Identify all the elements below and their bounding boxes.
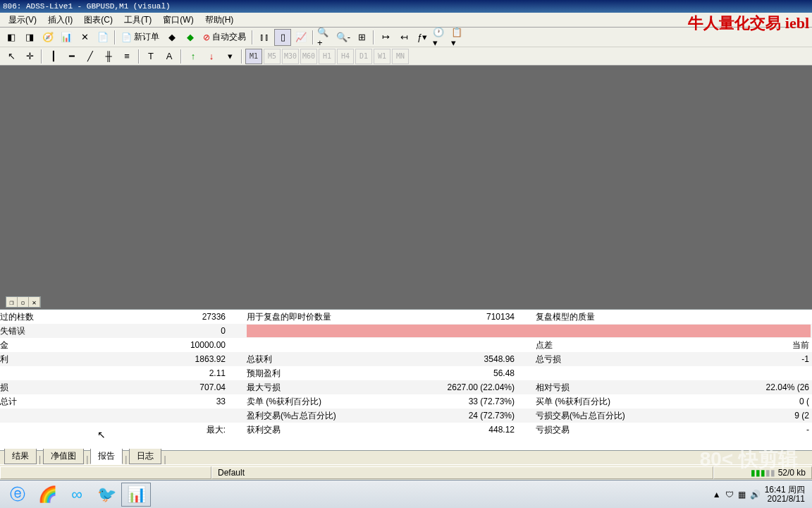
taskbar: ⓔ 🌈 ∞ 🐦 📊 ▲ 🛡 ▦ 🔊 16:41 周四 2021/8/11 [0,480,812,508]
line-chart-icon[interactable]: 📈 [293,29,309,46]
tab-report[interactable]: 报告 [90,449,123,464]
window-titlebar: 806: ADSS-Live1 - GBPUSD,M1 (visual) [0,0,812,13]
expert-icon[interactable]: ◆ [164,29,180,46]
spread-label: 点差 [536,339,677,351]
timeframe-h1[interactable]: H1 [319,49,336,64]
menu-help[interactable]: 帮助(H) [199,13,240,28]
vline-icon[interactable]: ┃ [45,48,62,65]
tray-net-icon[interactable]: ▦ [738,490,746,500]
grid-icon[interactable]: ⊞ [353,29,370,46]
dd-value: 707.04 [176,382,247,392]
deposit-label: 金 [0,339,176,351]
long-value: 0 ( [677,397,812,406]
separator [180,49,182,64]
x-icon[interactable]: ✕ [76,29,93,46]
maxwin-label: 获利交易 [247,424,374,436]
tab-equity[interactable]: 净值图 [43,449,84,464]
channel-icon[interactable]: ╫ [100,48,117,65]
timeframe-mn[interactable]: MN [392,49,409,64]
indicators-icon[interactable]: ƒ▾ [414,29,431,46]
total-value: 33 [176,397,247,406]
timeframe-m5[interactable]: M5 [264,49,281,64]
zoom-in-icon[interactable]: 🔍+ [316,29,333,46]
menu-insert[interactable]: 插入(I) [42,13,78,28]
report-row: 盈利交易(%占总百分比) 24 (72.73%) 亏损交易(%占总百分比) 9 … [0,409,812,423]
menu-chart[interactable]: 图表(C) [78,13,118,28]
crosshair-icon[interactable]: ✛ [21,48,38,65]
ie-icon[interactable]: ⓔ [3,483,32,507]
window-controls: ❐ ▫ ✕ [6,296,41,308]
report-row: 失错误 0 [0,324,812,338]
app2-icon[interactable]: ∞ [62,483,92,507]
timeframe-d1[interactable]: D1 [355,49,372,64]
bar-chart-icon[interactable]: ⫿⫿ [256,29,273,46]
quality-label: 复盘模型的质量 [536,311,677,323]
text-a-icon[interactable]: A [161,48,178,65]
doc-icon[interactable]: 📄 [94,29,111,46]
long-label: 买单 (%获利百分比) [536,396,677,408]
restore-icon[interactable]: ❐ [6,297,18,307]
minimize-icon[interactable]: ▫ [18,297,29,307]
arrow-down-icon[interactable]: ↓ [203,48,220,65]
templates-icon[interactable]: 📋▾ [450,29,467,46]
app3-icon[interactable]: 🐦 [92,483,121,507]
separator [41,49,42,64]
fibo-icon[interactable]: ≡ [118,48,135,65]
text-icon[interactable]: T [142,48,159,65]
tab-results[interactable]: 结果 [4,449,37,464]
wintrades-value: 24 (72.73%) [374,411,536,421]
wintrades-label: 盈利交易(%占总百分比) [247,410,374,422]
candle-chart-icon[interactable]: ▯ [274,29,291,46]
tab-log[interactable]: 日志 [129,449,161,464]
scroll-icon[interactable]: ↦ [377,29,394,46]
menu-window[interactable]: 窗口(W) [157,13,199,28]
timeframe-h4[interactable]: H4 [337,49,354,64]
hline-icon[interactable]: ━ [63,48,80,65]
nav-icon[interactable]: 🧭 [39,29,56,46]
deposit-value: 10000.00 [176,340,247,350]
tray-sound-icon[interactable]: 🔊 [750,490,761,500]
reldd-value: 22.04% (26 [677,382,812,392]
trendline-icon[interactable]: ╱ [82,48,99,65]
expected-value: 56.48 [374,368,536,378]
app1-icon[interactable]: 🌈 [32,483,62,507]
periods-icon[interactable]: 🕐▾ [432,29,449,46]
arrow-up-icon[interactable]: ↑ [185,48,202,65]
new-order-button[interactable]: 📄新订单 [118,29,162,46]
report-row: 利 1863.92 总获利 3548.96 总亏损 -1 [0,352,812,366]
taskbar-clock[interactable]: 16:41 周四 2021/8/11 [765,485,805,504]
close-icon[interactable]: ✕ [29,297,40,307]
report-row: 过的柱数 27336 用于复盘的即时价数量 710134 复盘模型的质量 [0,310,812,324]
chart-area[interactable]: ❐ ▫ ✕ [0,66,812,309]
toggle-panel2-icon[interactable]: ◨ [21,29,38,46]
report-row: 总计 33 卖单 (%获利百分比) 33 (72.73%) 买单 (%获利百分比… [0,394,812,409]
total-label: 总计 [0,396,176,408]
data-icon[interactable]: 📊 [58,29,75,46]
tray-shield-icon[interactable]: 🛡 [725,490,734,500]
timeframe-m1[interactable]: M1 [245,49,262,64]
menu-view[interactable]: 显示(V) [3,13,42,28]
thumbs-icon[interactable]: ▾ [221,48,238,65]
mt4-icon[interactable]: 📊 [121,483,151,507]
status-help [0,466,211,479]
shift-icon[interactable]: ↤ [395,29,412,46]
report-row: 金 10000.00 点差 当前 [0,338,812,352]
bars-label: 过的柱数 [0,311,176,323]
expert-green-icon[interactable]: ◆ [182,29,199,46]
maxdd-value: 2627.00 (22.04%) [374,382,536,392]
reldd-label: 相对亏损 [536,382,677,394]
tray-up-icon[interactable]: ▲ [713,490,721,500]
cursor-icon[interactable]: ↖ [3,48,20,65]
zoom-out-icon[interactable]: 🔍- [335,29,352,46]
toggle-panel-icon[interactable]: ◧ [3,29,20,46]
losstrades-value: 9 (2 [677,411,812,421]
timeframe-m30[interactable]: M30 [282,49,299,64]
timeframe-w1[interactable]: W1 [374,49,390,64]
separator [312,30,314,44]
menu-tools[interactable]: 工具(T) [118,13,157,28]
autotrade-button[interactable]: ⊘自动交易 [200,29,249,46]
expected-label: 预期盈利 [247,368,374,380]
spread-value: 当前 [677,339,812,351]
timeframe-m60[interactable]: M60 [300,49,317,64]
grossloss-value: -1 [677,354,812,364]
